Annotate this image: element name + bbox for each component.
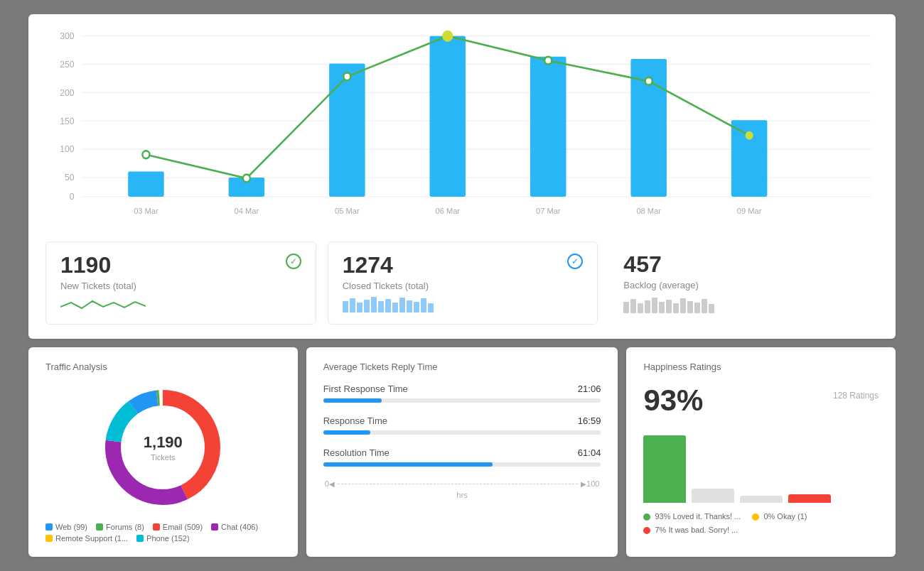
wave-svg	[60, 297, 146, 312]
svg-rect-59	[702, 299, 707, 313]
remote-label: Remote Support (1...	[55, 534, 128, 543]
svg-rect-55	[673, 303, 679, 313]
legend-loved: 93% Loved it. Thanks! ...	[643, 510, 741, 523]
axis-arrow-left: ◀	[329, 480, 335, 488]
resolution-time-label: Resolution Time	[323, 447, 390, 458]
resolution-time-fill	[323, 462, 493, 467]
svg-rect-58	[694, 303, 700, 313]
phone-label: Phone (152)	[146, 534, 190, 543]
closed-tickets-label: Closed Tickets (total)	[343, 281, 429, 291]
first-response-track	[323, 398, 601, 403]
svg-rect-18	[530, 57, 566, 197]
loved-dot	[643, 513, 650, 521]
svg-text:05 Mar: 05 Mar	[335, 206, 360, 214]
svg-text:100: 100	[60, 144, 74, 154]
svg-text:03 Mar: 03 Mar	[134, 206, 159, 214]
dashboard: 300 250 200 150 100 50 0	[28, 14, 896, 557]
resolution-time-track	[323, 462, 601, 467]
mini-wave	[60, 298, 301, 312]
bar-bad-gray	[740, 496, 783, 503]
web-label: Web (99)	[55, 523, 87, 531]
svg-rect-50	[638, 303, 643, 313]
svg-text:150: 150	[60, 116, 74, 126]
svg-rect-42	[392, 303, 398, 312]
svg-text:08 Mar: 08 Mar	[636, 206, 661, 214]
happiness-bars	[643, 425, 879, 503]
svg-rect-60	[709, 304, 714, 313]
mini-bars-gray-svg	[623, 296, 716, 313]
bad-text: 7% It was bad. Sorry! ...	[655, 526, 738, 534]
svg-text:200: 200	[60, 87, 74, 97]
svg-rect-47	[428, 303, 434, 312]
first-response-label: First Response Time	[323, 384, 408, 394]
legend-chat: Chat (406)	[211, 523, 258, 531]
svg-point-22	[243, 175, 250, 183]
happiness-legend: 93% Loved it. Thanks! ... 0% Okay (1) 7%…	[643, 510, 879, 536]
happiness-legend-row: 93% Loved it. Thanks! ... 0% Okay (1)	[643, 510, 879, 523]
response-time-track	[323, 430, 601, 435]
remote-dot	[45, 535, 53, 542]
legend-okay: 0% Okay (1)	[752, 510, 807, 523]
svg-text:06 Mar: 06 Mar	[436, 206, 461, 214]
web-dot	[45, 523, 53, 531]
donut-legend: Web (99) Forums (8) Email (509) Chat (40…	[45, 523, 281, 543]
axis-right: 100	[586, 479, 599, 488]
svg-rect-16	[329, 64, 365, 197]
legend-forums: Forums (8)	[96, 523, 144, 531]
svg-rect-48	[623, 302, 629, 313]
bottom-row: Traffic Analysis	[28, 347, 896, 557]
legend-web: Web (99)	[45, 523, 87, 531]
svg-rect-40	[378, 301, 384, 312]
resolution-time-value: 61:04	[578, 447, 601, 458]
check-green-icon: ✓	[286, 254, 301, 269]
svg-point-21	[142, 151, 149, 158]
axis-unit: hrs	[323, 491, 601, 499]
happiness-pct: 93%	[643, 384, 703, 418]
reply-row-first: First Response Time 21:06	[323, 384, 601, 403]
legend-phone: Phone (152)	[136, 534, 190, 543]
svg-point-26	[645, 77, 652, 85]
svg-text:250: 250	[60, 60, 74, 70]
svg-rect-39	[371, 297, 377, 312]
axis-arrow-right: ▶	[581, 480, 586, 488]
mini-bars-svg	[343, 295, 435, 312]
email-dot	[153, 523, 160, 531]
top-panel: 300 250 200 150 100 50 0	[28, 14, 896, 339]
svg-point-24	[443, 31, 453, 41]
mini-bars-blue	[343, 295, 584, 312]
svg-rect-36	[350, 298, 355, 312]
svg-point-23	[343, 72, 350, 80]
bar-okay	[692, 489, 734, 503]
email-label: Email (509)	[163, 523, 203, 531]
svg-rect-56	[680, 298, 686, 313]
svg-rect-57	[687, 301, 693, 313]
chat-dot	[211, 523, 218, 531]
svg-text:50: 50	[65, 173, 75, 183]
backlog-value: 457	[623, 253, 699, 276]
reply-time-card: Average Tickets Reply Time First Respons…	[306, 347, 618, 557]
bar-bad-red	[788, 494, 831, 503]
svg-rect-45	[414, 302, 419, 312]
svg-text:07 Mar: 07 Mar	[536, 206, 561, 214]
ratings-count: 128 Ratings	[833, 391, 879, 401]
legend-email: Email (509)	[153, 523, 203, 531]
first-response-fill	[323, 398, 382, 403]
stat-closed-tickets: 1274 Closed Tickets (total) ✓	[328, 241, 598, 325]
new-tickets-value: 1190	[60, 254, 136, 276]
bad-dot	[643, 527, 650, 534]
traffic-title: Traffic Analysis	[45, 361, 281, 372]
stat-new-tickets: 1190 New Tickets (total) ✓	[45, 241, 316, 325]
svg-text:300: 300	[60, 31, 74, 41]
new-tickets-label: New Tickets (total)	[60, 281, 136, 291]
happiness-card: Happiness Ratings 93% 128 Ratings 93% Lo…	[626, 347, 896, 557]
response-time-value: 16:59	[578, 415, 601, 426]
traffic-card: Traffic Analysis	[28, 347, 298, 557]
stat-backlog: 457 Backlog (average)	[609, 241, 879, 325]
svg-rect-43	[399, 298, 405, 312]
svg-point-27	[746, 131, 753, 139]
phone-dot	[136, 535, 144, 542]
svg-rect-17	[430, 36, 466, 197]
chat-label: Chat (406)	[221, 523, 258, 531]
svg-rect-41	[385, 299, 391, 312]
backlog-label: Backlog (average)	[623, 280, 699, 290]
